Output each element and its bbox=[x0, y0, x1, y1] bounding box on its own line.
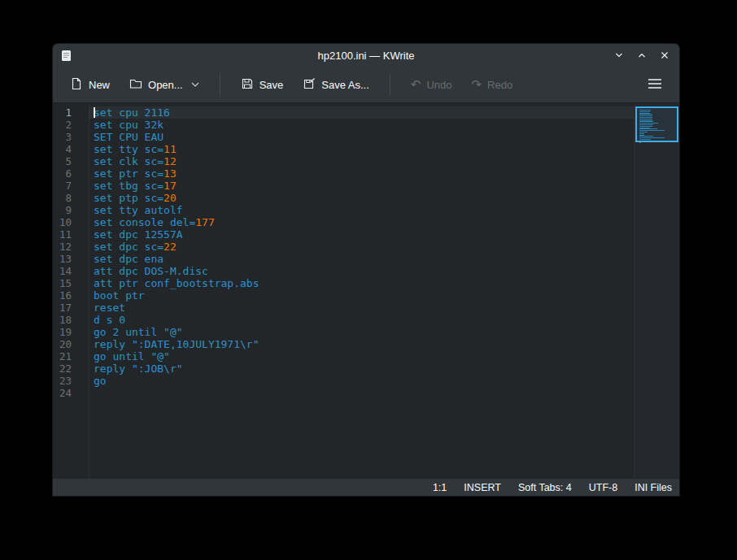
undo-button[interactable]: ↶ Undo bbox=[403, 74, 460, 96]
redo-button[interactable]: ↷ Redo bbox=[464, 74, 521, 96]
code-line[interactable]: set cpu 2116 bbox=[89, 106, 634, 119]
code-token: set console del= bbox=[94, 216, 195, 228]
line-number: 9 bbox=[53, 204, 89, 216]
input-mode[interactable]: INSERT bbox=[464, 482, 501, 493]
line-number: 18 bbox=[53, 314, 89, 326]
status-bar: 1:1 INSERT Soft Tabs: 4 UTF-8 INI Files bbox=[53, 478, 679, 496]
line-number: 11 bbox=[53, 228, 89, 241]
line-number: 13 bbox=[53, 253, 89, 265]
minimap-scrollbar[interactable] bbox=[634, 103, 679, 478]
code-token: go 2 until "@" bbox=[94, 326, 183, 338]
save-as-button-label: Save As... bbox=[321, 79, 369, 91]
new-document-icon bbox=[70, 77, 83, 93]
chevron-down-icon bbox=[614, 50, 624, 60]
chevron-up-icon bbox=[637, 50, 647, 60]
code-line[interactable]: set console del=177 bbox=[89, 216, 634, 228]
line-number: 8 bbox=[53, 192, 89, 204]
toolbar-separator bbox=[390, 74, 390, 96]
tab-settings[interactable]: Soft Tabs: 4 bbox=[518, 482, 572, 493]
cursor-position[interactable]: 1:1 bbox=[433, 482, 447, 493]
code-line[interactable]: set tbg sc=17 bbox=[89, 180, 634, 192]
code-line[interactable]: set dpc 12557A bbox=[89, 228, 634, 241]
code-token: set ptr sc= bbox=[94, 167, 164, 180]
code-token: att dpc DOS-M.disc bbox=[94, 265, 208, 277]
line-number: 2 bbox=[53, 119, 89, 131]
open-button-label: Open... bbox=[148, 79, 183, 91]
code-line[interactable]: go 2 until "@" bbox=[89, 326, 634, 338]
code-line[interactable]: set dpc ena bbox=[89, 253, 634, 265]
menu-button[interactable] bbox=[640, 73, 669, 97]
line-number: 19 bbox=[53, 326, 89, 338]
line-number: 4 bbox=[53, 143, 89, 155]
code-line[interactable]: reply ":DATE,10JULY1971\r" bbox=[89, 338, 634, 350]
kwrite-app-icon bbox=[61, 50, 72, 62]
code-line[interactable]: set tty autolf bbox=[89, 204, 634, 216]
editor-area: 123456789101112131415161718192021222324 … bbox=[53, 103, 679, 478]
open-button[interactable]: Open... bbox=[122, 72, 207, 98]
maximize-button[interactable] bbox=[635, 49, 648, 62]
text-edit-area[interactable]: set cpu 2116set cpu 32kSET CPU EAUset tt… bbox=[89, 103, 634, 478]
line-number: 15 bbox=[53, 277, 89, 289]
hamburger-menu-icon bbox=[648, 78, 662, 92]
save-as-button[interactable]: Save As... bbox=[295, 72, 377, 98]
line-number: 7 bbox=[53, 180, 89, 192]
code-token: set dpc sc= bbox=[94, 241, 164, 253]
save-as-icon bbox=[303, 77, 316, 93]
code-token: 12 bbox=[164, 155, 177, 167]
code-line[interactable]: set ptp sc=20 bbox=[89, 192, 634, 204]
code-line[interactable] bbox=[89, 387, 634, 399]
code-token: set clk sc= bbox=[94, 155, 164, 167]
code-line[interactable]: reply ":JOB\r" bbox=[89, 362, 634, 375]
code-token: boot ptr bbox=[94, 289, 145, 302]
code-line[interactable]: SET CPU EAU bbox=[89, 131, 634, 143]
code-token: set dpc 12557A bbox=[94, 228, 183, 241]
close-button[interactable] bbox=[658, 49, 671, 62]
code-line[interactable]: reset bbox=[89, 302, 634, 314]
code-token: set tty autolf bbox=[94, 204, 183, 216]
code-token: SET CPU EAU bbox=[94, 131, 164, 143]
open-folder-icon bbox=[129, 77, 142, 93]
redo-button-label: Redo bbox=[487, 79, 512, 91]
save-floppy-icon bbox=[241, 77, 254, 93]
line-number: 23 bbox=[53, 375, 89, 387]
code-token: set cpu 32k bbox=[94, 119, 164, 131]
new-button-label: New bbox=[89, 79, 110, 91]
code-line[interactable]: d s 0 bbox=[89, 314, 634, 326]
line-number: 22 bbox=[53, 362, 89, 375]
code-line[interactable]: att ptr conf_bootstrap.abs bbox=[89, 277, 634, 289]
code-line[interactable]: set clk sc=12 bbox=[89, 155, 634, 167]
line-number: 12 bbox=[53, 241, 89, 253]
code-token: set tty sc= bbox=[94, 143, 164, 155]
window-title: hp2100.ini — KWrite bbox=[53, 50, 679, 62]
code-line[interactable]: att dpc DOS-M.disc bbox=[89, 265, 634, 277]
line-number: 16 bbox=[53, 289, 89, 302]
code-line[interactable]: set tty sc=11 bbox=[89, 143, 634, 155]
code-line[interactable]: boot ptr bbox=[89, 289, 634, 302]
save-button[interactable]: Save bbox=[233, 72, 291, 98]
new-button[interactable]: New bbox=[63, 72, 117, 98]
toolbar-separator bbox=[220, 74, 220, 96]
line-number: 6 bbox=[53, 167, 89, 180]
code-token: 22 bbox=[164, 241, 177, 253]
code-line[interactable]: set ptr sc=13 bbox=[89, 167, 634, 180]
minimize-button[interactable] bbox=[613, 49, 626, 62]
code-token: reply ":DATE,10JULY1971\r" bbox=[94, 338, 259, 350]
code-token: 13 bbox=[164, 167, 177, 180]
line-number: 24 bbox=[53, 387, 89, 399]
chevron-down-icon bbox=[191, 82, 199, 87]
code-line[interactable]: set dpc sc=22 bbox=[89, 241, 634, 253]
line-number: 5 bbox=[53, 155, 89, 167]
code-token: d s 0 bbox=[94, 314, 125, 326]
save-button-label: Save bbox=[259, 79, 284, 91]
code-line[interactable]: go bbox=[89, 375, 634, 387]
code-token: set cpu 2116 bbox=[94, 106, 170, 119]
titlebar[interactable]: hp2100.ini — KWrite bbox=[53, 44, 679, 67]
line-number-gutter[interactable]: 123456789101112131415161718192021222324 bbox=[53, 103, 89, 478]
code-line[interactable]: set cpu 32k bbox=[89, 119, 634, 131]
file-type[interactable]: INI Files bbox=[635, 482, 672, 493]
code-token: go until "@" bbox=[94, 350, 170, 362]
minimap-view-indicator[interactable] bbox=[635, 106, 678, 142]
encoding[interactable]: UTF-8 bbox=[589, 482, 617, 493]
code-line[interactable]: go until "@" bbox=[89, 350, 634, 362]
line-number: 1 bbox=[53, 106, 89, 119]
